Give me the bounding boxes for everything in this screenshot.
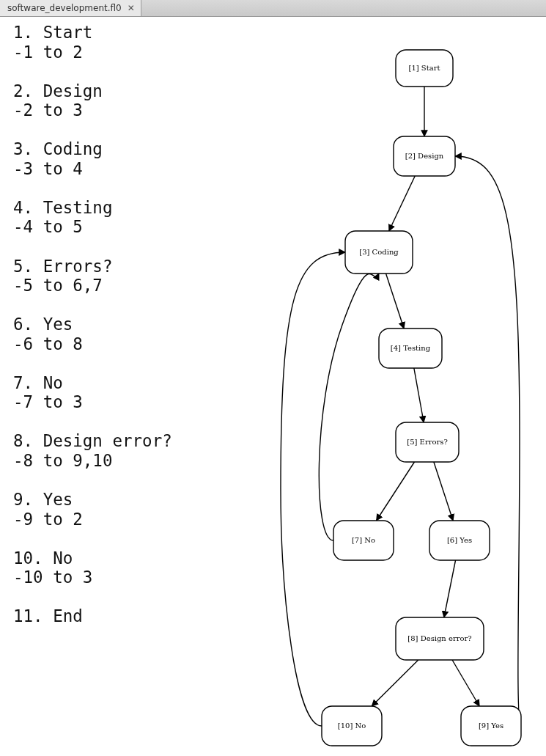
flow-node-label: [8] Design error? <box>407 634 471 642</box>
flow-node-4[interactable]: [4] Testing <box>379 329 442 368</box>
flow-node-label: [5] Errors? <box>407 438 448 446</box>
flow-source-editor[interactable]: 1. Start -1 to 2 2. Design -2 to 3 3. Co… <box>0 17 266 756</box>
tab-title: software_development.fl0 <box>7 3 122 13</box>
flow-node-5[interactable]: [5] Errors? <box>396 422 459 462</box>
flow-node-label: [1] Start <box>409 64 440 72</box>
flow-node-label: [4] Testing <box>391 344 431 352</box>
flow-node-6[interactable]: [6] Yes <box>429 521 490 560</box>
flow-node-7[interactable]: [7] No <box>333 521 394 560</box>
flow-node-label: [6] Yes <box>447 536 472 544</box>
flow-edge-2-3 <box>389 176 415 231</box>
close-icon[interactable]: ✕ <box>128 4 135 12</box>
flow-edge-5-7 <box>377 462 415 521</box>
flow-node-label: [2] Design <box>405 152 444 160</box>
flow-edge-8-10 <box>372 660 418 706</box>
flowchart-canvas[interactable]: [1] Start[2] Design[3] Coding[4] Testing… <box>266 17 546 756</box>
flow-edge-4-5 <box>414 368 424 422</box>
flow-node-10[interactable]: [10] No <box>322 706 382 746</box>
flow-edge-7-3 <box>319 274 379 540</box>
flow-edge-5-6 <box>434 462 453 521</box>
flow-node-label: [3] Coding <box>359 248 399 256</box>
flow-edge-3-4 <box>386 274 405 329</box>
flow-node-8[interactable]: [8] Design error? <box>396 617 484 660</box>
flow-node-label: [10] No <box>338 722 366 730</box>
tab-bar: software_development.fl0 ✕ <box>0 0 546 17</box>
flow-edge-6-8 <box>444 560 456 617</box>
flow-node-label: [9] Yes <box>479 722 503 730</box>
workspace: 1. Start -1 to 2 2. Design -2 to 3 3. Co… <box>0 17 546 756</box>
flow-node-9[interactable]: [9] Yes <box>461 706 521 746</box>
flow-node-3[interactable]: [3] Coding <box>345 231 413 274</box>
tab-software-development[interactable]: software_development.fl0 ✕ <box>0 0 141 16</box>
flow-node-1[interactable]: [1] Start <box>396 50 453 87</box>
flow-node-2[interactable]: [2] Design <box>394 136 455 176</box>
flow-edge-10-3 <box>281 252 345 726</box>
flow-edge-8-9 <box>452 660 479 706</box>
flow-node-label: [7] No <box>352 536 375 544</box>
